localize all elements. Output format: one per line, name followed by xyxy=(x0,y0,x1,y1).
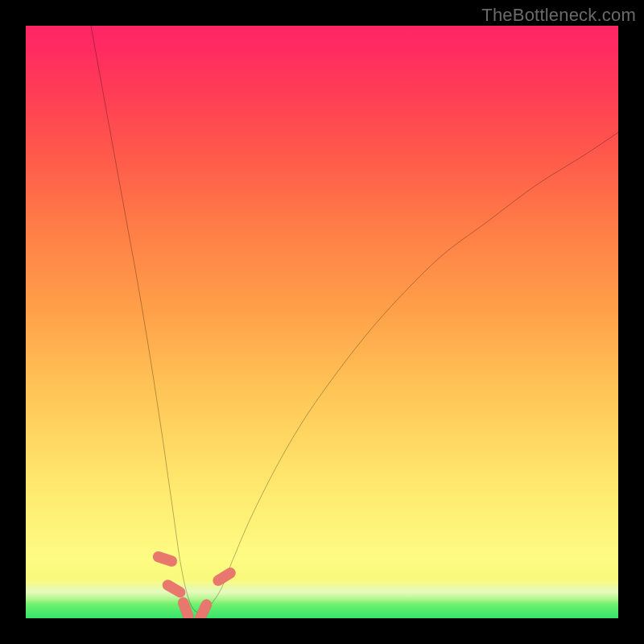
chart-frame: TheBottleneck.com xyxy=(0,0,644,644)
curve-layer xyxy=(26,26,618,618)
svg-rect-4 xyxy=(211,566,237,588)
curve-marker xyxy=(160,578,187,600)
svg-rect-3 xyxy=(193,597,213,618)
watermark-text: TheBottleneck.com xyxy=(481,5,636,26)
svg-rect-0 xyxy=(151,550,178,568)
curve-marker xyxy=(176,596,195,618)
curve-marker xyxy=(211,566,237,588)
bottleneck-curve xyxy=(91,26,618,613)
curve-marker xyxy=(193,597,213,618)
svg-rect-2 xyxy=(176,596,195,618)
curve-marker xyxy=(151,550,178,568)
curve-markers xyxy=(151,550,237,618)
svg-rect-1 xyxy=(160,578,187,600)
plot-area xyxy=(26,26,618,618)
